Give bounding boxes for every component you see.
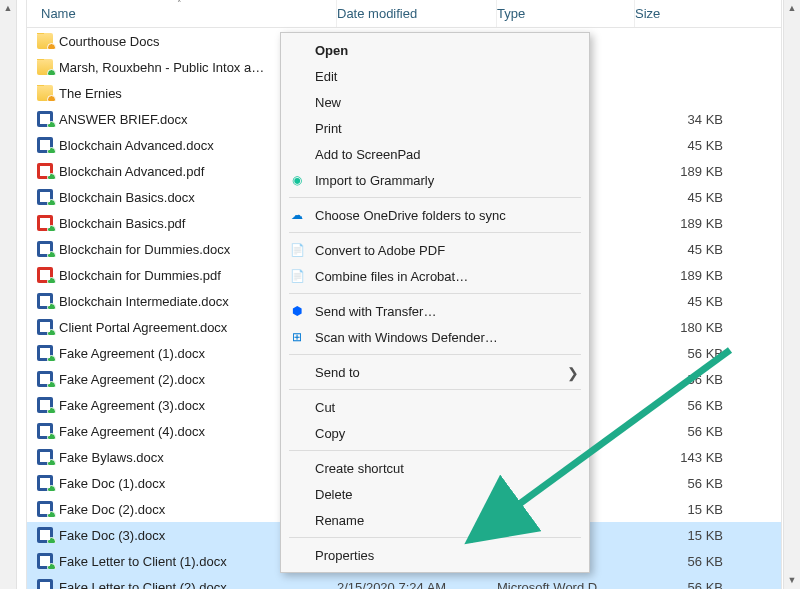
right-scrollbar[interactable]: ▲ ▼	[783, 0, 800, 589]
context-menu-item[interactable]: Add to ScreenPad	[281, 141, 589, 167]
context-menu-label: Rename	[315, 513, 364, 528]
scroll-down-icon[interactable]: ▼	[784, 572, 800, 589]
sync-badge-icon	[47, 43, 56, 49]
scroll-up-icon[interactable]: ▲	[0, 0, 16, 17]
context-menu-item[interactable]: Create shortcut	[281, 455, 589, 481]
docx-icon	[37, 241, 53, 257]
context-menu[interactable]: OpenEditNewPrintAdd to ScreenPad◉Import …	[280, 32, 590, 573]
cell-size: 45 KB	[635, 138, 745, 153]
file-row[interactable]: Fake Letter to Client (2).docx2/15/2020 …	[27, 574, 781, 589]
docx-icon	[37, 501, 53, 517]
context-menu-label: Send with Transfer…	[315, 304, 436, 319]
context-menu-separator	[289, 450, 581, 451]
context-menu-item[interactable]: ☁Choose OneDrive folders to sync	[281, 202, 589, 228]
context-menu-label: Send to	[315, 365, 360, 380]
context-menu-label: Cut	[315, 400, 335, 415]
column-type[interactable]: Type	[497, 0, 635, 27]
docx-icon	[37, 137, 53, 153]
sync-badge-icon	[47, 485, 56, 491]
context-menu-item[interactable]: Copy	[281, 420, 589, 446]
docx-icon	[37, 579, 53, 589]
context-menu-item[interactable]: 📄Combine files in Acrobat…	[281, 263, 589, 289]
file-name: Fake Doc (1).docx	[59, 476, 165, 491]
docx-icon	[37, 111, 53, 127]
context-menu-item[interactable]: New	[281, 89, 589, 115]
sync-badge-icon	[47, 537, 56, 543]
cell-size: 56 KB	[635, 346, 745, 361]
column-date[interactable]: Date modified	[337, 0, 497, 27]
context-menu-label: New	[315, 95, 341, 110]
context-menu-label: Scan with Windows Defender…	[315, 330, 498, 345]
sync-badge-icon	[47, 381, 56, 387]
sync-badge-icon	[47, 459, 56, 465]
file-name: Fake Doc (2).docx	[59, 502, 165, 517]
file-name: Fake Doc (3).docx	[59, 528, 165, 543]
cell-size: 56 KB	[635, 398, 745, 413]
scroll-up-icon[interactable]: ▲	[784, 0, 800, 17]
docx-icon	[37, 553, 53, 569]
context-menu-item[interactable]: Open	[281, 37, 589, 63]
column-name-label: Name	[41, 6, 76, 21]
context-menu-item[interactable]: Properties	[281, 542, 589, 568]
cell-size: 143 KB	[635, 450, 745, 465]
sync-badge-icon	[47, 251, 56, 257]
docx-icon	[37, 345, 53, 361]
cell-size: 15 KB	[635, 528, 745, 543]
column-size[interactable]: Size	[635, 0, 745, 27]
file-name: Client Portal Agreement.docx	[59, 320, 227, 335]
context-menu-item[interactable]: ◉Import to Grammarly	[281, 167, 589, 193]
context-menu-separator	[289, 197, 581, 198]
context-menu-label: Properties	[315, 548, 374, 563]
sync-badge-icon	[47, 407, 56, 413]
pdf-icon: 📄	[289, 268, 305, 284]
cell-size: 45 KB	[635, 190, 745, 205]
file-name: Marsh, Rouxbehn - Public Intox a…	[59, 60, 264, 75]
cell-size: 34 KB	[635, 112, 745, 127]
context-menu-label: Open	[315, 43, 348, 58]
file-name: Blockchain Basics.pdf	[59, 216, 185, 231]
file-name: Fake Letter to Client (2).docx	[59, 580, 227, 590]
cell-type: Microsoft Word D…	[497, 580, 635, 590]
dropbox-icon: ⬢	[289, 303, 305, 319]
context-menu-item[interactable]: Print	[281, 115, 589, 141]
sync-badge-icon	[47, 277, 56, 283]
pdf-icon	[37, 215, 53, 231]
context-menu-item[interactable]: Edit	[281, 63, 589, 89]
sort-indicator-icon: ˄	[177, 0, 182, 9]
file-name: Blockchain for Dummies.docx	[59, 242, 230, 257]
column-header[interactable]: Name ˄ Date modified Type Size	[27, 0, 781, 28]
file-name: Blockchain Advanced.docx	[59, 138, 214, 153]
docx-icon	[37, 371, 53, 387]
sync-badge-icon	[47, 511, 56, 517]
context-menu-item[interactable]: Send to❯	[281, 359, 589, 385]
file-name: Blockchain for Dummies.pdf	[59, 268, 221, 283]
sync-badge-icon	[47, 329, 56, 335]
cell-size: 56 KB	[635, 372, 745, 387]
sync-badge-icon	[47, 225, 56, 231]
sync-badge-icon	[47, 563, 56, 569]
context-menu-separator	[289, 354, 581, 355]
chevron-right-icon: ❯	[567, 365, 579, 381]
grammarly-icon: ◉	[289, 172, 305, 188]
column-name[interactable]: Name ˄	[27, 0, 337, 27]
context-menu-item[interactable]: Rename	[281, 507, 589, 533]
cell-name: Fake Letter to Client (2).docx	[27, 579, 337, 589]
folder-icon	[37, 33, 53, 49]
docx-icon	[37, 527, 53, 543]
cell-size: 189 KB	[635, 268, 745, 283]
file-name: Courthouse Docs	[59, 34, 159, 49]
context-menu-label: Choose OneDrive folders to sync	[315, 208, 506, 223]
context-menu-item[interactable]: Delete	[281, 481, 589, 507]
context-menu-item[interactable]: Cut	[281, 394, 589, 420]
cell-size: 56 KB	[635, 554, 745, 569]
file-name: Blockchain Advanced.pdf	[59, 164, 204, 179]
sync-badge-icon	[47, 303, 56, 309]
left-scrollbar[interactable]: ▲	[0, 0, 17, 589]
context-menu-item[interactable]: 📄Convert to Adobe PDF	[281, 237, 589, 263]
docx-icon	[37, 423, 53, 439]
column-size-label: Size	[635, 6, 660, 21]
context-menu-label: Edit	[315, 69, 337, 84]
context-menu-item[interactable]: ⬢Send with Transfer…	[281, 298, 589, 324]
context-menu-item[interactable]: ⊞Scan with Windows Defender…	[281, 324, 589, 350]
pdf-icon	[37, 163, 53, 179]
